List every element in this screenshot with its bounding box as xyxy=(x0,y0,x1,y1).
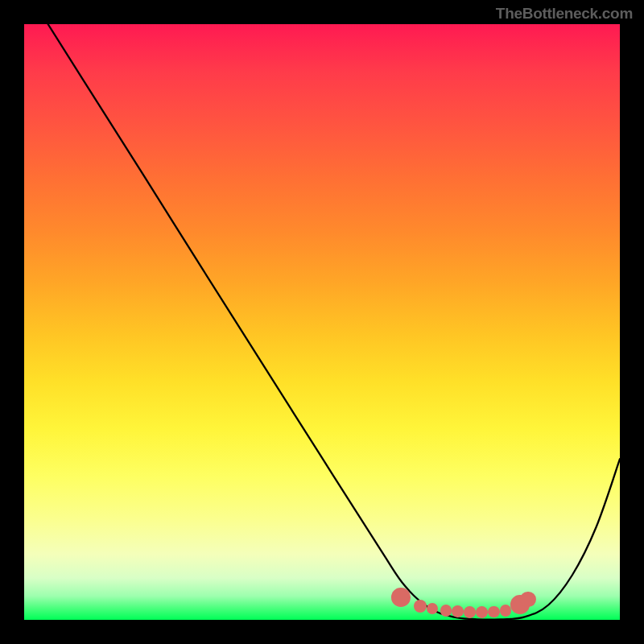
marker-dot xyxy=(440,605,452,617)
marker-dot xyxy=(464,606,476,618)
marker-dot xyxy=(391,588,411,607)
marker-dot xyxy=(476,606,488,618)
marker-dot xyxy=(500,605,512,617)
curve-svg xyxy=(24,24,620,620)
curve-path xyxy=(48,24,620,620)
marker-dot xyxy=(488,606,500,618)
plot-area xyxy=(24,24,620,620)
attribution-text: TheBottleneck.com xyxy=(496,5,633,23)
chart-frame: TheBottleneck.com xyxy=(0,0,644,644)
marker-dot xyxy=(520,592,535,607)
